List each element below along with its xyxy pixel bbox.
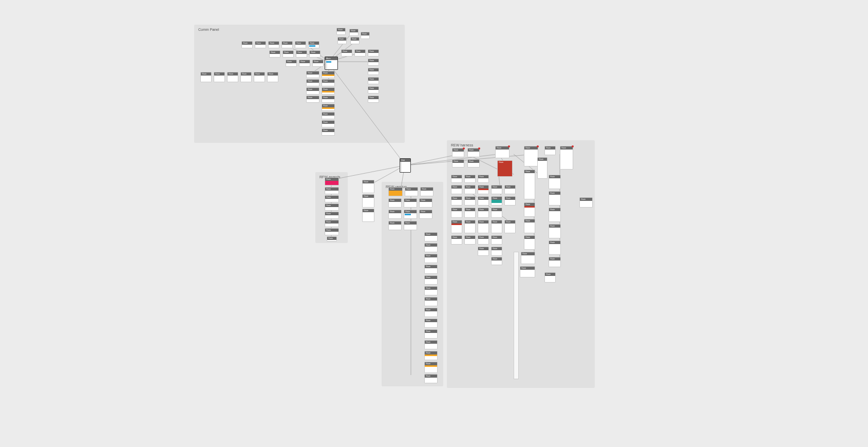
rfw-node[interactable]: State (325, 212, 339, 219)
comm-hub-node[interactable]: Main (325, 57, 338, 70)
harness-node[interactable]: State (524, 202, 535, 217)
comm-node[interactable]: State (299, 60, 310, 67)
version-node[interactable]: State (404, 198, 417, 208)
harness-node[interactable]: State (451, 185, 462, 194)
comm-node[interactable]: State (322, 128, 335, 136)
harness-node[interactable]: State (521, 252, 535, 264)
harness-node[interactable]: State (464, 175, 476, 183)
comm-node[interactable]: State (308, 41, 319, 48)
comm-node[interactable]: State (322, 79, 335, 86)
comm-node[interactable]: State (337, 37, 347, 44)
harness-node[interactable]: State (452, 159, 464, 167)
harness-node[interactable]: State (451, 235, 462, 245)
version-node[interactable]: State (388, 198, 402, 208)
comm-node[interactable]: State (361, 32, 370, 39)
version-chain-node[interactable]: State (424, 297, 438, 306)
harness-node[interactable]: State (467, 148, 480, 157)
comm-node[interactable]: State (227, 72, 238, 82)
comm-node[interactable]: State (368, 77, 379, 84)
comm-node[interactable]: State (309, 50, 320, 58)
version-node[interactable]: State (420, 187, 433, 196)
harness-node[interactable]: State (491, 185, 502, 194)
version-node[interactable]: State (388, 210, 402, 219)
comm-node[interactable]: State (268, 41, 279, 48)
harness-node[interactable]: State (524, 235, 535, 250)
harness-node[interactable]: State (560, 146, 573, 170)
comm-node[interactable]: State (296, 50, 307, 58)
version-node[interactable]: State (404, 210, 417, 219)
harness-node[interactable]: State (464, 208, 476, 218)
harness-node[interactable]: State (495, 146, 510, 158)
comm-node[interactable]: State (368, 49, 379, 57)
comm-node[interactable]: State (368, 86, 379, 94)
rfw-node[interactable]: State (325, 195, 339, 202)
comm-node[interactable]: State (354, 49, 366, 57)
harness-node[interactable]: State (524, 219, 535, 233)
harness-node[interactable]: State (549, 175, 561, 189)
rfw-node[interactable]: State (325, 187, 339, 194)
harness-node[interactable]: State (451, 208, 462, 218)
comm-node[interactable]: State (322, 120, 335, 127)
version-node[interactable]: State (388, 221, 402, 230)
harness-node[interactable]: State (491, 247, 502, 256)
comm-node[interactable]: State (322, 112, 335, 119)
standalone-node[interactable]: State (362, 209, 374, 222)
harness-node[interactable]: State (491, 220, 502, 233)
comm-node[interactable]: State (255, 41, 266, 48)
harness-node[interactable]: State (544, 146, 556, 155)
version-chain-node[interactable]: State (424, 362, 438, 373)
version-node[interactable]: State (419, 198, 432, 208)
rfw-node[interactable]: State (325, 177, 339, 185)
mid-hub-node[interactable]: Hub (400, 158, 411, 173)
comm-node[interactable]: State (350, 37, 360, 44)
harness-tall-strip[interactable] (514, 252, 519, 379)
comm-node[interactable]: State (322, 96, 335, 103)
harness-node[interactable]: State (549, 257, 561, 267)
harness-node[interactable]: State (549, 224, 561, 238)
comm-node[interactable]: State (240, 72, 252, 82)
harness-node[interactable]: State (549, 240, 561, 255)
harness-node[interactable]: State (544, 272, 556, 283)
harness-red-node[interactable]: State (497, 160, 513, 177)
version-node[interactable]: State (404, 221, 417, 230)
harness-list-node[interactable]: State (524, 170, 535, 199)
harness-node[interactable]: State (491, 196, 502, 206)
version-node[interactable]: State (388, 187, 403, 196)
comm-node[interactable]: State (282, 50, 294, 58)
harness-node[interactable]: State (464, 235, 476, 245)
harness-node[interactable]: State (478, 196, 489, 206)
comm-node[interactable]: State (254, 72, 265, 82)
comm-node[interactable]: State (349, 29, 358, 36)
harness-node[interactable]: State (478, 175, 489, 183)
comm-node[interactable]: State (341, 49, 352, 57)
harness-node[interactable]: State (491, 257, 502, 265)
version-chain-node[interactable]: State (424, 265, 438, 274)
harness-node[interactable]: State (504, 185, 516, 194)
comm-node[interactable]: State (306, 96, 319, 103)
comm-node[interactable]: State (312, 60, 324, 67)
comm-node[interactable]: State (336, 28, 346, 35)
comm-node[interactable]: State (295, 41, 306, 48)
harness-node[interactable]: State (478, 220, 489, 233)
comm-node[interactable]: State (267, 72, 278, 82)
comm-node[interactable]: State (200, 72, 212, 82)
harness-node[interactable]: State (549, 191, 561, 206)
harness-node[interactable]: State (464, 196, 476, 206)
harness-node[interactable]: State (464, 220, 476, 233)
harness-node[interactable]: State (478, 185, 489, 194)
version-chain-node[interactable]: State (424, 254, 438, 263)
harness-node[interactable]: State (520, 266, 535, 277)
harness-node[interactable]: State (451, 196, 462, 206)
harness-list-node[interactable]: State (537, 157, 548, 179)
comm-node[interactable]: State (269, 50, 280, 58)
harness-node[interactable]: State (478, 247, 489, 256)
version-chain-node[interactable]: State (424, 243, 438, 252)
harness-node[interactable]: State (549, 208, 561, 222)
harness-node[interactable]: State (504, 196, 516, 206)
harness-node[interactable]: State (491, 235, 502, 245)
rfw-node[interactable]: State (327, 236, 337, 241)
harness-node[interactable]: State (524, 146, 538, 166)
comm-node[interactable]: State (286, 60, 297, 67)
version-chain-node[interactable]: State (424, 351, 438, 360)
harness-node[interactable]: State (464, 185, 476, 194)
